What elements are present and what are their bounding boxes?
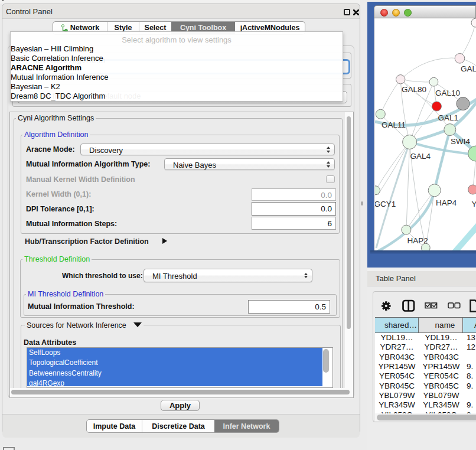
svg-text:GAL11: GAL11 bbox=[382, 120, 406, 129]
svg-text:GAL1: GAL1 bbox=[438, 113, 459, 122]
svg-text:GCY1: GCY1 bbox=[375, 200, 396, 208]
svg-text:GAL7: GAL7 bbox=[461, 64, 476, 73]
svg-text:GAL80: GAL80 bbox=[402, 85, 426, 94]
svg-text:SWI4: SWI4 bbox=[451, 137, 470, 146]
svg-text:Y: Y bbox=[472, 200, 476, 208]
svg-text:HAP4: HAP4 bbox=[436, 198, 457, 207]
svg-text:GAL4: GAL4 bbox=[410, 152, 431, 161]
svg-text:HAP2: HAP2 bbox=[407, 236, 428, 245]
svg-text:GAL10: GAL10 bbox=[435, 89, 460, 97]
